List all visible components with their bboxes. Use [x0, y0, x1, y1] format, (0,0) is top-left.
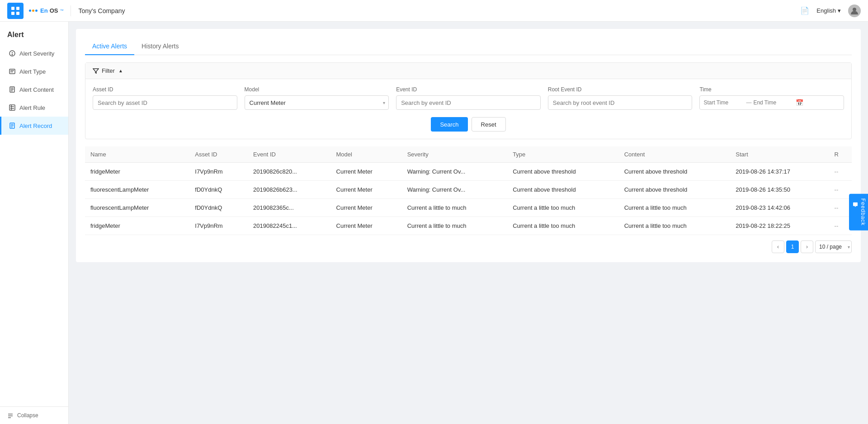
- model-select-wrap: Current Meter Voltage Meter Power Meter …: [245, 95, 389, 110]
- next-page-btn[interactable]: ›: [801, 240, 813, 253]
- table-cell: 2019-08-26 14:35:50: [730, 181, 829, 199]
- time-range-picker[interactable]: — 📅: [699, 95, 844, 110]
- sidebar-item-alert-record[interactable]: Alert Record: [0, 117, 68, 135]
- asset-id-field: Asset ID: [93, 86, 237, 110]
- table-cell: --: [829, 199, 852, 217]
- company-name: Tony's Company: [78, 7, 125, 14]
- filter-header[interactable]: Filter ▲: [85, 63, 851, 79]
- table-cell: Current a little too much: [619, 199, 731, 217]
- time-separator: —: [746, 99, 751, 106]
- table-cell: Current Meter: [331, 217, 402, 235]
- col-r: R: [829, 146, 852, 163]
- table-cell: fluorescentLampMeter: [85, 199, 189, 217]
- svg-point-7: [12, 54, 13, 55]
- table-cell: 20190826b623...: [248, 181, 330, 199]
- calendar-icon[interactable]: 📅: [796, 99, 803, 106]
- col-model: Model: [331, 146, 402, 163]
- sidebar-item-alert-type[interactable]: Alert Type: [0, 62, 68, 80]
- app-grid-icon[interactable]: [7, 3, 24, 19]
- sidebar-module-title: Alert: [7, 31, 61, 39]
- alert-data-table: Name Asset ID Event ID Model Severity Ty…: [85, 146, 852, 235]
- doc-icon[interactable]: 📄: [800, 6, 809, 15]
- col-content: Content: [619, 146, 731, 163]
- feedback-icon: [851, 200, 860, 209]
- time-label: Time: [699, 86, 844, 93]
- table-cell: Current a little to much: [402, 199, 507, 217]
- sidebar-item-label: Alert Type: [19, 68, 46, 75]
- end-time-input[interactable]: [753, 99, 794, 106]
- root-event-id-input[interactable]: [548, 95, 693, 110]
- pagination: ‹ 1 › 10 / page 20 / page 50 / page ▾: [85, 235, 852, 253]
- sidebar-item-alert-rule[interactable]: Alert Rule: [0, 99, 68, 117]
- user-avatar[interactable]: [848, 5, 861, 17]
- sidebar-collapse-btn[interactable]: Collapse: [0, 406, 68, 424]
- table-cell: --: [829, 181, 852, 199]
- filter-icon: [93, 68, 99, 74]
- table-cell: 2019-08-23 14:42:06: [730, 199, 829, 217]
- feedback-tab[interactable]: Feedback: [849, 194, 868, 231]
- table-cell: Current a little too much: [507, 217, 619, 235]
- svg-rect-2: [11, 12, 14, 15]
- alert-content-icon: [9, 86, 16, 93]
- table-row[interactable]: fridgeMeterI7Vp9nRm20190826c820...Curren…: [85, 163, 852, 181]
- svg-rect-26: [853, 203, 858, 206]
- table-cell: Current above threshold: [619, 163, 731, 181]
- feedback-label: Feedback: [860, 198, 866, 226]
- time-field: Time — 📅: [699, 86, 844, 110]
- sidebar-item-label: Alert Content: [19, 86, 54, 93]
- table-cell: 2019082365c...: [248, 199, 330, 217]
- table-row[interactable]: fridgeMeterI7Vp9nRm2019082245c1...Curren…: [85, 217, 852, 235]
- search-button[interactable]: Search: [431, 117, 467, 132]
- table-cell: fluorescentLampMeter: [85, 181, 189, 199]
- language-selector[interactable]: English ▾: [816, 7, 841, 14]
- asset-id-input[interactable]: [93, 95, 237, 110]
- table-row[interactable]: fluorescentLampMeterfD0YdnkQ2019082365c.…: [85, 199, 852, 217]
- brand-logo: EnOS™: [29, 7, 63, 14]
- prev-page-btn[interactable]: ‹: [772, 240, 784, 253]
- filter-title: Filter: [102, 67, 115, 74]
- table-cell: Current a little to much: [402, 217, 507, 235]
- table-cell: Warning: Current Ov...: [402, 163, 507, 181]
- table-header-row: Name Asset ID Event ID Model Severity Ty…: [85, 146, 852, 163]
- start-time-input[interactable]: [703, 99, 744, 106]
- collapse-label: Collapse: [17, 412, 38, 419]
- table-cell: fD0YdnkQ: [189, 199, 248, 217]
- page-size-select[interactable]: 10 / page 20 / page 50 / page: [815, 240, 852, 253]
- root-event-id-field: Root Event ID: [548, 86, 693, 110]
- table-cell: Warning: Current Ov...: [402, 181, 507, 199]
- filter-chevron-icon: ▲: [118, 68, 123, 73]
- model-select[interactable]: Current Meter Voltage Meter Power Meter: [245, 95, 389, 110]
- event-id-input[interactable]: [396, 95, 541, 110]
- alert-type-icon: [9, 68, 16, 75]
- svg-rect-3: [16, 12, 19, 15]
- reset-button[interactable]: Reset: [472, 117, 506, 132]
- tab-history-alerts[interactable]: History Alerts: [134, 38, 186, 55]
- topbar: EnOS™ Tony's Company 📄 English ▾: [0, 0, 868, 22]
- sidebar-item-label: Alert Severity: [19, 50, 54, 57]
- svg-rect-8: [9, 69, 15, 74]
- table-cell: 20190826c820...: [248, 163, 330, 181]
- sidebar-nav: Alert Severity Alert Type Alert Content …: [0, 44, 68, 406]
- col-type: Type: [507, 146, 619, 163]
- alert-table: Name Asset ID Event ID Model Severity Ty…: [85, 146, 852, 235]
- tab-active-alerts[interactable]: Active Alerts: [85, 38, 134, 55]
- event-id-field: Event ID: [396, 86, 541, 110]
- sidebar-item-alert-severity[interactable]: Alert Severity: [0, 44, 68, 62]
- content-card: Active Alerts History Alerts Filter ▲ As…: [76, 29, 861, 262]
- svg-rect-0: [11, 7, 14, 10]
- page-1-btn[interactable]: 1: [786, 240, 799, 253]
- table-row[interactable]: fluorescentLampMeterfD0YdnkQ20190826b623…: [85, 181, 852, 199]
- model-label: Model: [245, 86, 389, 93]
- sidebar-item-label: Alert Rule: [19, 104, 45, 111]
- table-cell: 2019082245c1...: [248, 217, 330, 235]
- table-cell: I7Vp9nRm: [189, 217, 248, 235]
- sidebar-item-alert-content[interactable]: Alert Content: [0, 80, 68, 99]
- asset-id-label: Asset ID: [93, 86, 237, 93]
- alert-tabs: Active Alerts History Alerts: [85, 38, 852, 55]
- filter-row-1: Asset ID Model Current Meter Voltage Met…: [93, 86, 844, 110]
- content-area: Active Alerts History Alerts Filter ▲ As…: [69, 22, 868, 424]
- topbar-right: 📄 English ▾: [800, 5, 861, 17]
- table-cell: fD0YdnkQ: [189, 181, 248, 199]
- page-size-wrap: 10 / page 20 / page 50 / page ▾: [815, 240, 852, 253]
- sidebar: Alert Alert Severity Alert Type Alert Co…: [0, 22, 69, 424]
